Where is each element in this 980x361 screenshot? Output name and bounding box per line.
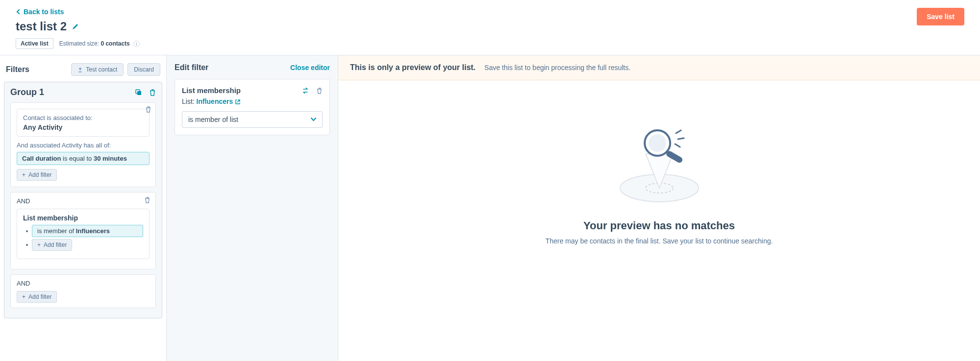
preview-banner: This is only a preview of your list. Sav… <box>338 55 980 80</box>
title-row: test list 2 <box>16 20 917 33</box>
list-line: List: Influencers <box>182 97 323 105</box>
caret-down-icon <box>311 118 316 121</box>
filter-block-membership: AND List membership is member of Influen… <box>10 192 156 269</box>
rule-list-name: Influencers <box>76 227 110 235</box>
assoc-label: Contact is associated to: <box>23 114 143 121</box>
add-filter-label: Add filter <box>28 293 51 300</box>
delete-filter-icon[interactable] <box>145 106 151 113</box>
filter-block-activity: Contact is associated to: Any Activity A… <box>10 102 156 187</box>
assoc-value: Any Activity <box>23 123 143 131</box>
swap-icon[interactable] <box>302 87 309 94</box>
external-link-icon <box>235 99 241 105</box>
plus-icon: + <box>37 241 41 248</box>
filter-block-empty-and: AND + Add filter <box>10 274 156 308</box>
svg-point-6 <box>649 134 666 152</box>
add-filter-row: + Add filter <box>26 239 143 251</box>
membership-inner: List membership is member of Influencers… <box>17 209 150 259</box>
body-grid: Filters Test contact Discard Group 1 <box>0 55 980 361</box>
plus-icon: + <box>22 293 25 300</box>
est-value: 0 contacts <box>101 40 129 47</box>
delete-filter-icon[interactable] <box>144 196 151 203</box>
discard-button[interactable]: Discard <box>127 63 160 76</box>
filter-group: Group 1 Contact is associated to: <box>4 82 162 318</box>
edit-title-icon[interactable] <box>72 23 79 30</box>
list-label: List: <box>182 97 197 105</box>
test-contact-label: Test contact <box>86 66 117 73</box>
add-filter-label: Add filter <box>44 241 67 248</box>
membership-rule-row: is member of Influencers <box>26 225 143 237</box>
rule-prefix: is member of <box>37 227 76 235</box>
page-header: Back to lists test list 2 Active list Es… <box>0 0 980 55</box>
group-actions <box>135 89 156 96</box>
empty-title: Your preview has no matches <box>358 219 960 232</box>
filters-column: Filters Test contact Discard Group 1 <box>0 55 167 361</box>
svg-rect-2 <box>137 91 141 95</box>
condition-select[interactable]: is member of list <box>182 111 323 128</box>
editor-column: Edit filter Close editor List membership… <box>167 55 338 361</box>
chevron-left-icon <box>16 9 21 14</box>
filters-title: Filters <box>6 65 29 74</box>
editor-header: Edit filter Close editor <box>175 63 330 72</box>
editor-title: Edit filter <box>175 63 208 72</box>
list-link[interactable]: Influencers <box>197 97 241 105</box>
rule-mid: is equal to <box>61 155 94 162</box>
delete-icon[interactable] <box>316 87 323 94</box>
preview-banner-sub: Save this list to begin processing the f… <box>484 64 630 72</box>
back-link-label: Back to lists <box>24 8 64 16</box>
add-filter-button[interactable]: + Add filter <box>17 169 57 181</box>
preview-empty-state: Your preview has no matches There may be… <box>338 80 980 284</box>
group-header: Group 1 <box>10 87 156 97</box>
save-list-button[interactable]: Save list <box>917 8 964 25</box>
header-left: Back to lists test list 2 Active list Es… <box>16 8 917 49</box>
close-editor-link[interactable]: Close editor <box>290 64 330 72</box>
user-icon <box>77 67 83 72</box>
back-link[interactable]: Back to lists <box>16 8 64 16</box>
delete-group-icon[interactable] <box>149 89 156 96</box>
add-filter-button[interactable]: + Add filter <box>32 239 72 251</box>
filters-header: Filters Test contact Discard <box>4 63 162 82</box>
bullet-icon <box>26 230 28 232</box>
magnifier-illustration-icon <box>358 120 960 208</box>
filters-actions: Test contact Discard <box>71 63 160 76</box>
bullet-icon <box>26 244 28 246</box>
add-filter-button[interactable]: + Add filter <box>17 291 57 303</box>
editor-card-header: List membership <box>182 86 323 95</box>
membership-rule[interactable]: is member of Influencers <box>32 225 143 237</box>
list-type-badge: Active list <box>16 38 53 49</box>
and-label: AND <box>17 280 150 287</box>
group-title: Group 1 <box>10 87 44 97</box>
meta-row: Active list Estimated size: 0 contacts i <box>16 38 917 49</box>
estimated-size: Estimated size: 0 contacts i <box>59 40 140 48</box>
empty-sub: There may be contacts in the final list.… <box>358 237 960 245</box>
page-title: test list 2 <box>16 20 67 33</box>
list-name: Influencers <box>197 97 233 105</box>
rule-value: 30 minutes <box>94 155 127 162</box>
plus-icon: + <box>22 171 25 178</box>
assoc-box[interactable]: Contact is associated to: Any Activity <box>17 109 150 137</box>
editor-card-actions <box>302 87 323 94</box>
membership-title: List membership <box>23 214 143 222</box>
add-filter-label: Add filter <box>28 171 51 178</box>
editor-card: List membership List: Influencers is mem… <box>175 79 330 135</box>
select-value: is member of list <box>188 116 238 123</box>
call-duration-rule[interactable]: Call duration is equal to 30 minutes <box>17 152 150 165</box>
and-associated-text: And associated Activity has all of: <box>17 142 150 149</box>
info-icon[interactable]: i <box>133 41 140 47</box>
svg-point-0 <box>79 68 81 70</box>
clone-group-icon[interactable] <box>135 89 142 96</box>
est-prefix: Estimated size: <box>59 40 101 47</box>
preview-banner-title: This is only a preview of your list. <box>350 63 476 72</box>
editor-card-title: List membership <box>182 86 241 95</box>
preview-column: This is only a preview of your list. Sav… <box>338 55 980 361</box>
and-label: AND <box>17 197 150 205</box>
rule-field: Call duration <box>22 155 61 162</box>
test-contact-button[interactable]: Test contact <box>71 63 124 76</box>
